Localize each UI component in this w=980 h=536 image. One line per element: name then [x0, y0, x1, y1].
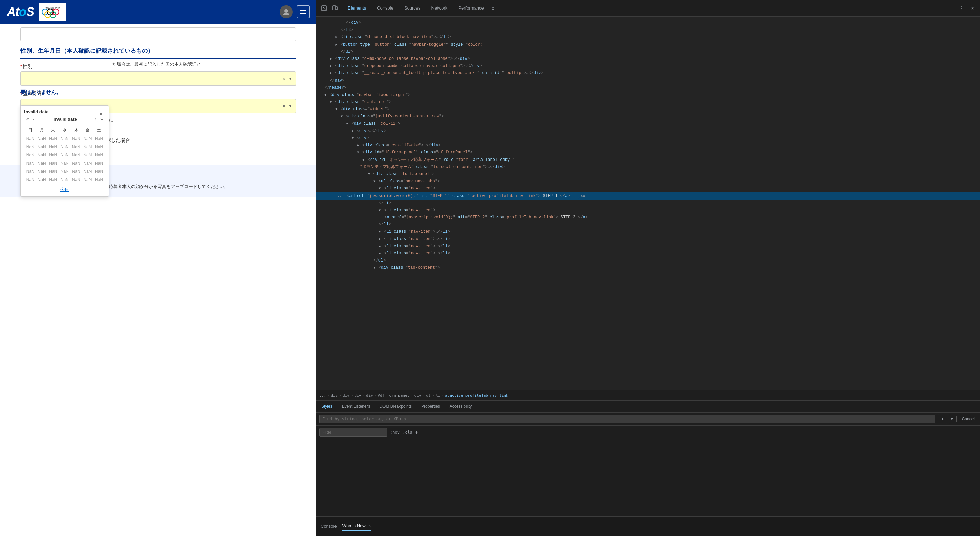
- calendar-cell[interactable]: NaN: [82, 135, 93, 143]
- search-next-btn[interactable]: ▼: [948, 415, 956, 422]
- breadcrumb-div2[interactable]: div: [343, 393, 350, 398]
- tab-performance[interactable]: Performance: [453, 0, 489, 16]
- calendar-cell[interactable]: NaN: [25, 168, 36, 175]
- device-toggle-btn[interactable]: [330, 3, 340, 13]
- calendar-cell[interactable]: NaN: [71, 168, 82, 175]
- calendar-cell[interactable]: NaN: [59, 168, 70, 175]
- breadcrumb-df-form-panel[interactable]: #df-form-panel: [378, 393, 410, 398]
- calendar-cell[interactable]: NaN: [37, 143, 47, 151]
- tree-line: <a href="javascript:void(0);" alt="STEP …: [317, 214, 980, 221]
- calendar-cell[interactable]: NaN: [94, 151, 105, 159]
- top-input[interactable]: [21, 27, 296, 41]
- calendar-cell[interactable]: NaN: [94, 143, 105, 151]
- calendar-cell[interactable]: NaN: [37, 168, 47, 175]
- filter-pseudo-hov[interactable]: :hov: [390, 430, 400, 435]
- atos-logo: AtoS: [7, 5, 34, 19]
- calendar-cell[interactable]: NaN: [94, 160, 105, 167]
- tab-styles[interactable]: Styles: [317, 401, 337, 412]
- breadcrumb-div4[interactable]: div: [366, 393, 373, 398]
- breadcrumb-li[interactable]: li: [436, 393, 440, 398]
- calendar-cell[interactable]: NaN: [71, 176, 82, 183]
- calendar-cell[interactable]: NaN: [59, 151, 70, 159]
- calendar-cell[interactable]: NaN: [48, 151, 59, 159]
- search-cancel-btn[interactable]: Cancel: [959, 416, 977, 422]
- calendar-cell[interactable]: NaN: [82, 176, 93, 183]
- calendar-prev-prev-btn[interactable]: «: [25, 116, 30, 122]
- calendar-cell[interactable]: NaN: [37, 151, 47, 159]
- calendar-cell[interactable]: NaN: [25, 151, 36, 159]
- tab-event-listeners[interactable]: Event Listeners: [337, 401, 375, 412]
- avatar[interactable]: [280, 5, 293, 18]
- calendar-cell[interactable]: NaN: [37, 160, 47, 167]
- calendar-cell[interactable]: NaN: [82, 143, 93, 151]
- tree-line: ► <div class="dropdown-combo collapse na…: [317, 63, 980, 70]
- calendar-cell[interactable]: NaN: [48, 168, 59, 175]
- calendar-cell[interactable]: NaN: [59, 160, 70, 167]
- navbar-toggler[interactable]: [297, 5, 310, 18]
- cal-header-sun: 日: [25, 126, 36, 134]
- calendar-cell[interactable]: NaN: [25, 135, 36, 143]
- inspect-element-btn[interactable]: [319, 3, 329, 13]
- filter-pseudo-cls[interactable]: .cls: [402, 430, 412, 435]
- tab-properties[interactable]: Properties: [417, 401, 445, 412]
- calendar-close-btn[interactable]: ×: [100, 111, 102, 117]
- second-select-arrow[interactable]: ▼: [288, 76, 292, 81]
- calendar-prev-btn[interactable]: ‹: [32, 116, 36, 122]
- breadcrumb-ellipsis[interactable]: ...: [319, 393, 326, 398]
- calendar-cell[interactable]: NaN: [71, 160, 82, 167]
- calendar-cell[interactable]: NaN: [48, 176, 59, 183]
- selected-tree-line[interactable]: ... <a href="javascript:void(0);" alt="S…: [317, 192, 980, 200]
- calendar-cell[interactable]: NaN: [94, 168, 105, 175]
- calendar-cell[interactable]: NaN: [94, 176, 105, 183]
- device-icon: [332, 5, 337, 11]
- breadcrumb-ul[interactable]: ul: [426, 393, 430, 398]
- calendar-cell[interactable]: NaN: [48, 143, 59, 151]
- filter-add-btn[interactable]: +: [415, 429, 418, 435]
- tab-elements[interactable]: Elements: [342, 0, 372, 16]
- third-select-arrow[interactable]: ▼: [288, 104, 292, 108]
- close-devtools-btn[interactable]: ×: [968, 3, 977, 13]
- calendar-cell[interactable]: NaN: [25, 176, 36, 183]
- calendar-cell[interactable]: NaN: [37, 176, 47, 183]
- calendar-next-next-btn[interactable]: »: [99, 116, 105, 122]
- calendar-today-btn[interactable]: 今日: [24, 187, 105, 193]
- calendar-cell[interactable]: NaN: [71, 143, 82, 151]
- tab-accessibility[interactable]: Accessibility: [445, 401, 476, 412]
- breadcrumb-div1[interactable]: div: [331, 393, 338, 398]
- search-prev-btn[interactable]: ▲: [938, 415, 947, 422]
- breadcrumb-div5[interactable]: div: [414, 393, 421, 398]
- more-options-btn[interactable]: ⋮: [957, 3, 966, 13]
- calendar-cell[interactable]: NaN: [71, 151, 82, 159]
- calendar-cell[interactable]: NaN: [94, 135, 105, 143]
- breadcrumb-div3[interactable]: div: [355, 393, 361, 398]
- calendar-cell[interactable]: NaN: [59, 176, 70, 183]
- console-bottombar-tab[interactable]: Console: [321, 522, 337, 530]
- whats-new-close-btn[interactable]: ×: [368, 524, 371, 528]
- calendar-cell[interactable]: NaN: [25, 160, 36, 167]
- calendar-cell[interactable]: NaN: [82, 168, 93, 175]
- calendar-cell[interactable]: NaN: [48, 160, 59, 167]
- calendar-cell[interactable]: NaN: [71, 135, 82, 143]
- calendar-cell[interactable]: NaN: [59, 135, 70, 143]
- second-select-clear[interactable]: ×: [283, 76, 285, 81]
- find-input[interactable]: [319, 415, 935, 423]
- html-tree[interactable]: </div> </li> ► <li class="d-none d-xl-bl…: [317, 17, 980, 390]
- tab-sources[interactable]: Sources: [399, 0, 426, 16]
- calendar-cell[interactable]: NaN: [82, 160, 93, 167]
- tab-network[interactable]: Network: [426, 0, 453, 16]
- calendar-cell[interactable]: NaN: [48, 135, 59, 143]
- second-select[interactable]: × ▼: [21, 71, 296, 86]
- calendar-cell[interactable]: NaN: [37, 135, 47, 143]
- whats-new-tab[interactable]: What's New ×: [342, 522, 371, 531]
- calendar-next-btn[interactable]: ›: [94, 116, 98, 122]
- calendar-cell[interactable]: NaN: [82, 151, 93, 159]
- tab-console[interactable]: Console: [372, 0, 399, 16]
- tab-dom-breakpoints[interactable]: DOM Breakpoints: [375, 401, 417, 412]
- cal-header-wed: 水: [59, 126, 70, 134]
- breadcrumb-a[interactable]: a.active.profileTab.nav-link: [445, 393, 508, 398]
- calendar-cell[interactable]: NaN: [25, 143, 36, 151]
- filter-input[interactable]: [319, 428, 387, 437]
- third-select-clear[interactable]: ×: [283, 103, 285, 109]
- more-tabs-btn[interactable]: »: [489, 0, 498, 16]
- calendar-cell[interactable]: NaN: [59, 143, 70, 151]
